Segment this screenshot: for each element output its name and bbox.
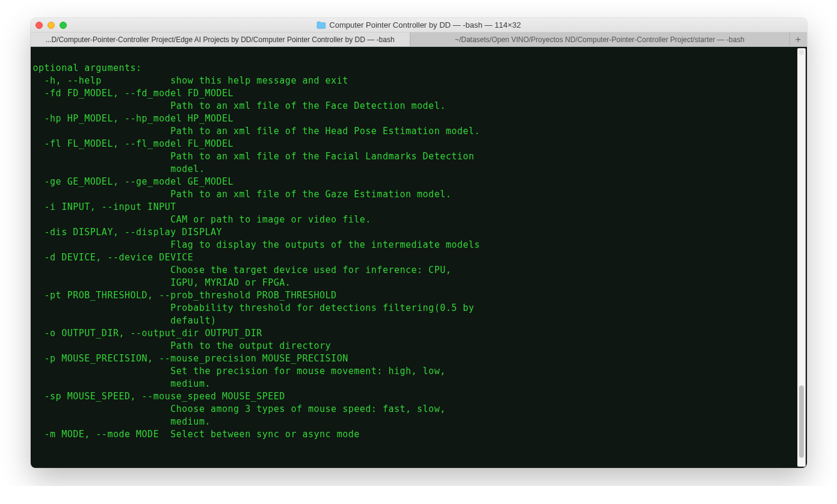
titlebar[interactable]: Computer Pointer Controller by DD — -bas… [31,18,807,32]
tab-1[interactable]: ...D/Computer-Pointer-Controller Project… [31,32,410,46]
tab-bar: ...D/Computer-Pointer-Controller Project… [31,32,807,47]
terminal-window: Computer Pointer Controller by DD — -bas… [31,18,807,468]
window-title: Computer Pointer Controller by DD — -bas… [329,20,520,29]
terminal-viewport[interactable]: optional arguments: -h, --help show this… [31,47,807,468]
tab-label: ~/Datasets/Open VINO/Proyectos ND/Comput… [455,35,744,44]
close-button[interactable] [36,22,43,29]
plus-icon: + [795,34,801,45]
window-controls [36,22,67,29]
new-tab-button[interactable]: + [790,32,807,46]
folder-icon [316,21,326,29]
scrollbar-vertical[interactable] [797,48,806,467]
tab-2[interactable]: ~/Datasets/Open VINO/Proyectos ND/Comput… [410,32,790,46]
scrollbar-top-icon [799,50,804,55]
minimize-button[interactable] [48,22,55,29]
zoom-button[interactable] [60,22,67,29]
window-title-group: Computer Pointer Controller by DD — -bas… [316,20,520,29]
tab-label: ...D/Computer-Pointer-Controller Project… [45,35,394,44]
terminal-output: optional arguments: -h, --help show this… [31,47,807,443]
scrollbar-thumb[interactable] [799,386,804,458]
